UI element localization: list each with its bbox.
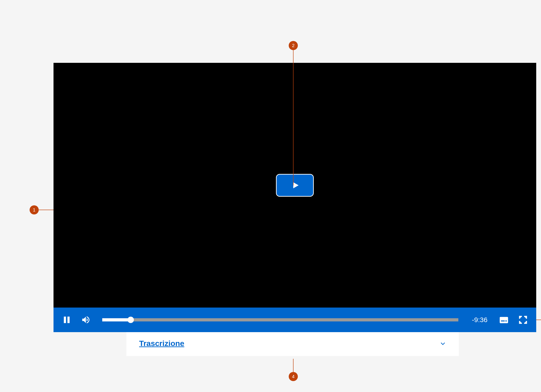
play-icon xyxy=(291,181,300,190)
annotation-line-4 xyxy=(293,359,293,372)
volume-icon xyxy=(81,315,91,325)
progress-played xyxy=(102,318,131,321)
pause-icon xyxy=(62,315,71,324)
svg-rect-2 xyxy=(500,317,508,323)
volume-button[interactable] xyxy=(81,315,91,325)
progress-handle[interactable] xyxy=(128,317,134,323)
annotation-badge-1: 1 xyxy=(30,205,39,214)
svg-rect-4 xyxy=(505,320,507,321)
annotation-line-1 xyxy=(39,210,53,210)
pause-button[interactable] xyxy=(62,315,72,325)
annotation-line-3 xyxy=(536,320,541,320)
fullscreen-button[interactable] xyxy=(518,315,528,325)
captions-icon xyxy=(499,315,509,325)
annotation-badge-2: 2 xyxy=(289,41,298,50)
progress-bar[interactable] xyxy=(102,318,458,321)
fullscreen-icon xyxy=(519,315,528,324)
annotation-line-2 xyxy=(293,50,293,186)
time-remaining: -9:36 xyxy=(472,316,488,324)
video-player xyxy=(53,63,536,308)
big-play-button[interactable] xyxy=(276,174,314,197)
transcript-link[interactable]: Trascrizione xyxy=(139,339,184,348)
annotation-badge-4: 4 xyxy=(289,372,298,381)
chevron-down-icon xyxy=(440,340,446,347)
svg-rect-1 xyxy=(68,317,70,323)
svg-rect-0 xyxy=(64,317,66,323)
transcript-panel[interactable]: Trascrizione xyxy=(126,332,459,356)
controls-bar: -9:36 xyxy=(53,308,536,332)
captions-button[interactable] xyxy=(499,315,509,325)
svg-rect-3 xyxy=(501,320,505,321)
